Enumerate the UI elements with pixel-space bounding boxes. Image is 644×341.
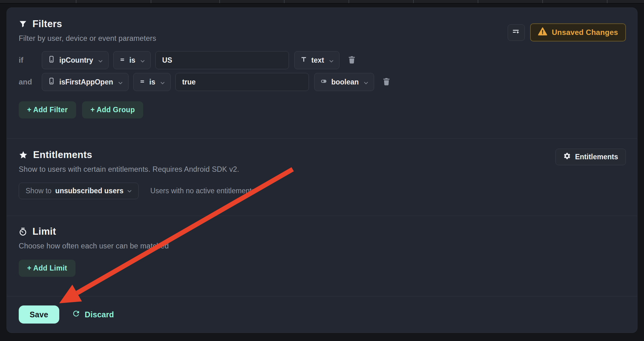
text-type-icon [300,56,307,65]
equals-icon [119,56,125,65]
tab-separator [76,0,76,3]
tab-separator [151,0,151,3]
operator-select[interactable]: is [133,73,171,91]
refresh-icon [72,309,80,320]
type-select[interactable]: boolean [314,73,374,91]
smartphone-icon [48,55,55,65]
show-to-label: Show to [26,187,51,195]
filter-row: if ipCountry [19,51,625,69]
conjunction-label: if [19,56,42,65]
star-icon [19,151,28,160]
filter-sparkle-icon [512,28,520,37]
filter-options-button[interactable] [508,24,525,41]
tab-separator [219,0,220,3]
unsaved-changes-label: Unsaved Changes [552,28,618,37]
type-select-value: boolean [331,78,359,86]
show-to-dropdown[interactable]: Show to unsubscribed users [19,183,139,199]
tab-separator [284,0,285,3]
stopwatch-icon [19,228,27,236]
entitlements-settings-button[interactable]: Entitlements [555,149,626,165]
field-select-value: isFirstAppOpen [59,78,113,86]
smartphone-icon [48,77,55,87]
filter-row: and isFirstAppOpen [19,73,625,91]
chevron-down-icon [118,78,123,86]
chevron-down-icon [127,188,132,194]
limit-section: Limit Choose how often each user can be … [7,216,637,296]
operator-select-value: is [129,56,135,65]
chevron-down-icon [160,78,165,86]
add-limit-button[interactable]: + Add Limit [19,260,76,277]
filter-value-input[interactable] [175,73,309,91]
boolean-toggle-icon [320,78,327,87]
tab-separator [542,0,543,3]
chevron-down-icon [329,56,334,65]
add-filter-button[interactable]: + Add Filter [19,101,76,118]
warning-triangle-icon [538,27,547,38]
entitlements-subtitle: Show to users with certain entitlements.… [19,165,625,174]
tab-separator [349,0,349,3]
operator-select[interactable]: is [113,51,151,69]
trash-icon [347,55,356,65]
entitlements-section: Entitlements Show to users with certain … [7,139,637,216]
field-select[interactable]: isFirstAppOpen [42,73,129,91]
limit-subtitle: Choose how often each user can be matche… [19,242,625,250]
trash-icon [382,77,391,87]
filters-title: Filters [32,18,62,30]
filter-value-input[interactable] [155,51,289,69]
entitlements-button-label: Entitlements [575,153,618,161]
campaign-settings-panel: Filters Filter by user, device or event … [7,7,637,333]
chevron-down-icon [140,56,145,65]
equals-icon [139,78,145,86]
funnel-icon [19,20,27,28]
entitlements-title: Entitlements [33,149,92,161]
tab-separator [413,0,414,3]
discard-button-label: Discard [85,310,114,319]
save-button[interactable]: Save [19,305,59,324]
chevron-down-icon [364,78,368,86]
delete-filter-button[interactable] [381,76,392,88]
operator-select-value: is [149,78,155,86]
field-select[interactable]: ipCountry [42,51,109,69]
delete-filter-button[interactable] [346,54,358,66]
tab-separator [478,0,478,3]
show-to-value: unsubscribed users [55,187,124,195]
entitlements-helper-text: Users with no active entitlements [150,187,255,195]
tab-separator [607,0,607,3]
actions-bar: Save Discard [7,296,637,333]
field-select-value: ipCountry [59,56,93,65]
type-select-value: text [311,56,324,65]
type-select[interactable]: text [294,51,339,69]
filter-rows: if ipCountry [19,51,625,91]
unsaved-changes-badge: Unsaved Changes [530,23,626,41]
browser-tab-strip [0,0,644,4]
limit-title: Limit [32,226,56,237]
filters-section: Filters Filter by user, device or event … [7,8,637,138]
add-group-button[interactable]: + Add Group [82,101,143,118]
conjunction-label: and [19,78,42,86]
chevron-down-icon [98,56,103,65]
gear-icon [563,152,571,162]
discard-button[interactable]: Discard [72,309,114,320]
